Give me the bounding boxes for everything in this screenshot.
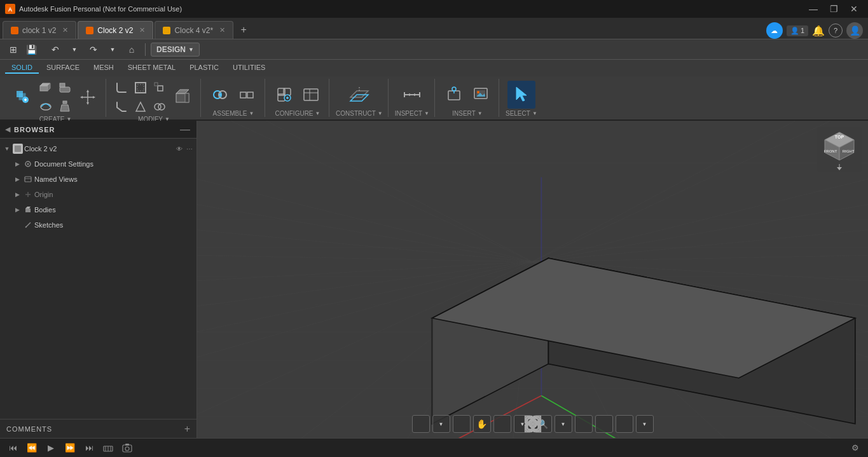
subtab-utilities[interactable]: UTILITIES	[226, 62, 272, 74]
chamfer-btn[interactable]	[113, 98, 130, 116]
settings-btn[interactable]: ⚙	[848, 440, 863, 456]
configure-dropdown-icon[interactable]: ▼	[315, 111, 320, 116]
new-variant-btn[interactable]	[272, 81, 297, 109]
ribbon-group-configure: CONFIGURE ▼	[266, 79, 329, 117]
timeline-first-btn[interactable]: ⏮	[5, 440, 20, 456]
tree-arrow-views[interactable]: ▶	[13, 175, 22, 184]
tab-clock1[interactable]: clock 1 v2 ✕	[3, 21, 76, 39]
fillet-btn[interactable]	[113, 79, 130, 97]
subtab-solid[interactable]: SOLID	[5, 62, 39, 74]
minimize-button[interactable]: —	[804, 0, 822, 18]
subtab-plastic[interactable]: PLASTIC	[183, 62, 225, 74]
inspect-dropdown-icon[interactable]: ▼	[424, 111, 429, 116]
svg-rect-35	[247, 92, 253, 98]
close-button[interactable]: ✕	[845, 0, 863, 18]
construct-dropdown-icon[interactable]: ▼	[378, 111, 383, 116]
viewport[interactable]: TOP FRONT RIGHT ▼ ✋ ▼ �	[197, 121, 868, 438]
modify-buttons	[113, 79, 195, 116]
timeline-prev-btn[interactable]: ⏪	[24, 440, 39, 456]
tree-item-bodies[interactable]: ▶ Bodies	[0, 202, 196, 217]
timeline-next-btn[interactable]: ⏩	[62, 440, 78, 456]
tab-close-clock4[interactable]: ✕	[219, 26, 225, 34]
svg-point-64	[27, 163, 29, 165]
subtab-surface[interactable]: SURFACE	[40, 62, 86, 74]
joint-btn[interactable]	[207, 81, 233, 109]
table-btn[interactable]	[298, 81, 324, 109]
select-dropdown-icon[interactable]: ▼	[532, 111, 537, 116]
insert-dropdown-icon[interactable]: ▼	[478, 111, 483, 116]
comments-add-icon[interactable]: +	[184, 423, 190, 435]
user-avatar[interactable]: 👤	[846, 22, 863, 39]
move-copy-btn[interactable]	[75, 83, 100, 111]
save-button[interactable]: 💾	[23, 41, 39, 58]
undo-button[interactable]: ↶	[47, 41, 64, 58]
svg-marker-14	[60, 105, 69, 111]
revolve-btn[interactable]	[37, 98, 55, 116]
subtab-sheetmetal[interactable]: SHEET METAL	[121, 62, 182, 74]
design-dropdown[interactable]: DESIGN ▼	[151, 43, 200, 57]
subtab-mesh[interactable]: MESH	[87, 62, 120, 74]
as-built-joint-btn[interactable]	[234, 81, 259, 109]
insert-canvas-btn[interactable]	[468, 81, 493, 109]
redo-dropdown[interactable]: ▼	[104, 41, 121, 58]
new-tab-button[interactable]: +	[235, 21, 252, 39]
grid-settings-btn[interactable]	[616, 415, 633, 433]
svg-text:TOP: TOP	[835, 135, 844, 139]
tab-close-clock2[interactable]: ✕	[139, 26, 145, 34]
cloud-icon[interactable]: ☁	[766, 22, 783, 39]
tree-item-origin[interactable]: ▶ Origin	[0, 187, 196, 202]
tree-arrow-bodies[interactable]: ▶	[13, 205, 22, 214]
browser-back-icon[interactable]: ◀	[5, 125, 10, 133]
tree-item-views[interactable]: ▶ Named Views	[0, 172, 196, 187]
tree-more-root[interactable]: ⋯	[185, 144, 194, 153]
home-button[interactable]: ⌂	[123, 41, 140, 58]
create-new-component-btn[interactable]	[10, 83, 36, 111]
insert-derive-btn[interactable]	[441, 81, 467, 109]
capture-icon-btn[interactable]	[120, 440, 135, 456]
tab-clock4[interactable]: Clock 4 v2* ✕	[155, 21, 233, 39]
extrude-btn[interactable]	[37, 79, 55, 97]
browser-minimize-icon[interactable]: —	[179, 123, 191, 136]
tree-arrow-root[interactable]: ▼	[3, 144, 11, 153]
inspect-buttons	[398, 79, 426, 110]
redo-button[interactable]: ↷	[85, 41, 102, 58]
measure-btn[interactable]	[398, 81, 426, 109]
svg-rect-69	[25, 208, 31, 212]
select-btn[interactable]	[507, 81, 535, 109]
tree-visibility-root[interactable]: 👁	[175, 144, 184, 153]
timeline-last-btn[interactable]: ⏭	[81, 440, 97, 456]
timeline-icon-btn[interactable]	[100, 440, 116, 456]
tree-item-sketches[interactable]: ▶ Sketches	[0, 217, 196, 233]
inspect-text: INSPECT	[395, 110, 422, 117]
sidebar: ◀ BROWSER — ▼ Clock 2 v2 👁 ⋯ ▶	[0, 121, 197, 438]
bell-icon[interactable]: 🔔	[812, 25, 825, 37]
sweep-btn[interactable]	[56, 79, 74, 97]
tree-arrow-origin[interactable]: ▶	[13, 190, 22, 199]
svg-marker-46	[350, 91, 368, 97]
draft-btn[interactable]	[132, 98, 149, 116]
grid-button[interactable]: ⊞	[5, 41, 22, 58]
tree-item-root[interactable]: ▼ Clock 2 v2 👁 ⋯	[0, 141, 196, 156]
offset-plane-btn[interactable]	[345, 81, 373, 109]
user-count-badge[interactable]: 👤 1	[787, 25, 808, 36]
undo-dropdown[interactable]: ▼	[66, 41, 83, 58]
timeline-play-btn[interactable]: ▶	[43, 440, 59, 456]
combine-btn[interactable]	[151, 98, 169, 116]
ribbon-group-modify: MODIFY ▼	[107, 79, 201, 117]
tree-arrow-settings[interactable]: ▶	[13, 160, 22, 168]
tab-close-clock1[interactable]: ✕	[62, 26, 68, 34]
tab-clock2[interactable]: Clock 2 v2 ✕	[78, 21, 153, 39]
construct-label: CONSTRUCT ▼	[336, 110, 383, 117]
tree-item-settings[interactable]: ▶ Document Settings	[0, 156, 196, 172]
assemble-dropdown-icon[interactable]: ▼	[249, 111, 254, 116]
scale-btn[interactable]	[151, 79, 169, 97]
shell-btn[interactable]	[132, 79, 149, 97]
select-text: SELECT	[506, 110, 530, 117]
orientation-cube[interactable]: TOP FRONT RIGHT	[817, 127, 862, 172]
loft-btn[interactable]	[56, 98, 74, 116]
help-icon[interactable]: ?	[829, 24, 843, 38]
window-controls: — ❐ ✕	[804, 0, 863, 18]
move-faces-btn[interactable]	[170, 83, 195, 111]
main-area: ◀ BROWSER — ▼ Clock 2 v2 👁 ⋯ ▶	[0, 121, 868, 438]
maximize-button[interactable]: ❐	[825, 0, 843, 18]
